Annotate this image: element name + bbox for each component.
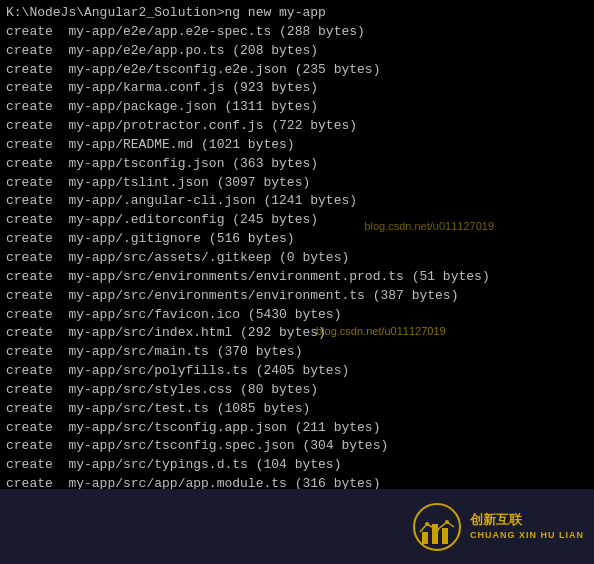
svg-point-4	[425, 522, 429, 526]
svg-point-5	[435, 528, 439, 532]
terminal-line: create my-app/src/environments/environme…	[6, 268, 588, 287]
bottom-logo-bar: 创新互联 CHUANG XIN HU LIAN	[0, 489, 594, 564]
logo-icon	[412, 502, 462, 552]
terminal-line: create my-app/karma.conf.js (923 bytes)	[6, 79, 588, 98]
terminal-line: create my-app/package.json (1311 bytes)	[6, 98, 588, 117]
terminal-line: create my-app/e2e/tsconfig.e2e.json (235…	[6, 61, 588, 80]
terminal-line: create my-app/src/favicon.ico (5430 byte…	[6, 306, 588, 325]
terminal-line: create my-app/e2e/app.po.ts (208 bytes)	[6, 42, 588, 61]
terminal-window: K:\NodeJs\Angular2_Solution>ng new my-ap…	[0, 0, 594, 564]
terminal-line: create my-app/README.md (1021 bytes)	[6, 136, 588, 155]
terminal-line: create my-app/src/styles.css (80 bytes)	[6, 381, 588, 400]
terminal-line: create my-app/.editorconfig (245 bytes)	[6, 211, 588, 230]
output-lines: create my-app/e2e/app.e2e-spec.ts (288 b…	[6, 23, 588, 564]
terminal-line: create my-app/tsconfig.json (363 bytes)	[6, 155, 588, 174]
terminal-line: create my-app/tslint.json (3097 bytes)	[6, 174, 588, 193]
company-name: 创新互联 CHUANG XIN HU LIAN	[470, 511, 584, 542]
terminal-line: create my-app/src/tsconfig.spec.json (30…	[6, 437, 588, 456]
terminal-line: create my-app/src/index.html (292 bytes)…	[6, 324, 588, 343]
terminal-line: create my-app/src/main.ts (370 bytes)	[6, 343, 588, 362]
company-name-chinese: 创新互联	[470, 511, 584, 529]
svg-rect-1	[422, 532, 428, 544]
company-name-english: CHUANG XIN HU LIAN	[470, 529, 584, 542]
prompt-line: K:\NodeJs\Angular2_Solution>ng new my-ap…	[6, 4, 588, 23]
terminal-line: create my-app/src/typings.d.ts (104 byte…	[6, 456, 588, 475]
terminal-line: create my-app/e2e/app.e2e-spec.ts (288 b…	[6, 23, 588, 42]
svg-point-6	[445, 520, 449, 524]
terminal-line: create my-app/src/environments/environme…	[6, 287, 588, 306]
terminal-line: create my-app/src/test.ts (1085 bytes)	[6, 400, 588, 419]
terminal-line: create my-app/src/tsconfig.app.json (211…	[6, 419, 588, 438]
svg-rect-3	[442, 528, 448, 544]
terminal-line: create my-app/src/polyfills.ts (2405 byt…	[6, 362, 588, 381]
terminal-line: create my-app/protractor.conf.js (722 by…	[6, 117, 588, 136]
terminal-line: create my-app/.angular-cli.json (1241 by…	[6, 192, 588, 211]
terminal-line: create my-app/src/assets/.gitkeep (0 byt…	[6, 249, 588, 268]
terminal-line: create my-app/.gitignore (516 bytes)	[6, 230, 588, 249]
watermark-url: blog.csdn.net/u011127019	[364, 220, 494, 232]
company-logo: 创新互联 CHUANG XIN HU LIAN	[412, 502, 584, 552]
